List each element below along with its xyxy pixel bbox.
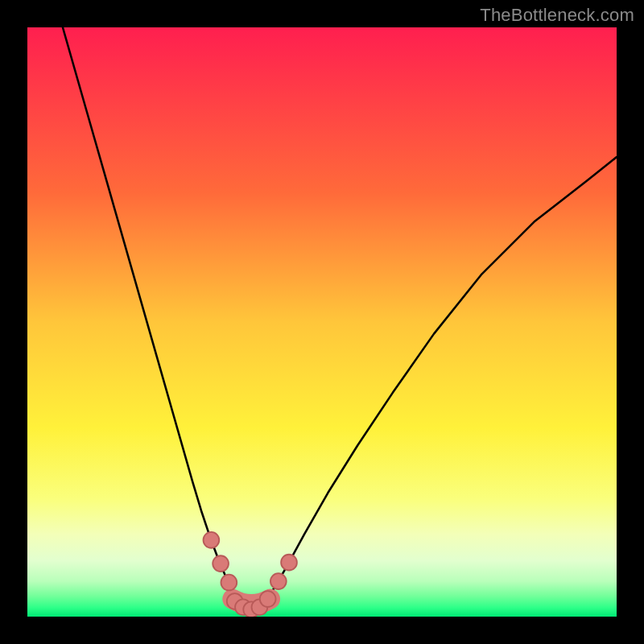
- marker-cluster-right-2: [281, 555, 297, 571]
- outer-frame: TheBottleneck.com: [0, 0, 644, 644]
- marker-cluster-left-3: [221, 575, 237, 591]
- marker-cluster-left-2: [213, 555, 229, 572]
- marker-cluster-right-1: [270, 573, 287, 589]
- curve-right-branch: [251, 157, 617, 611]
- watermark-text: TheBottleneck.com: [480, 5, 634, 26]
- marker-cluster-left-1: [204, 532, 220, 548]
- plot-area: [27, 27, 617, 617]
- curve-left-branch: [63, 27, 251, 611]
- marker-trough-5: [260, 591, 276, 607]
- curve-layer: [27, 27, 617, 617]
